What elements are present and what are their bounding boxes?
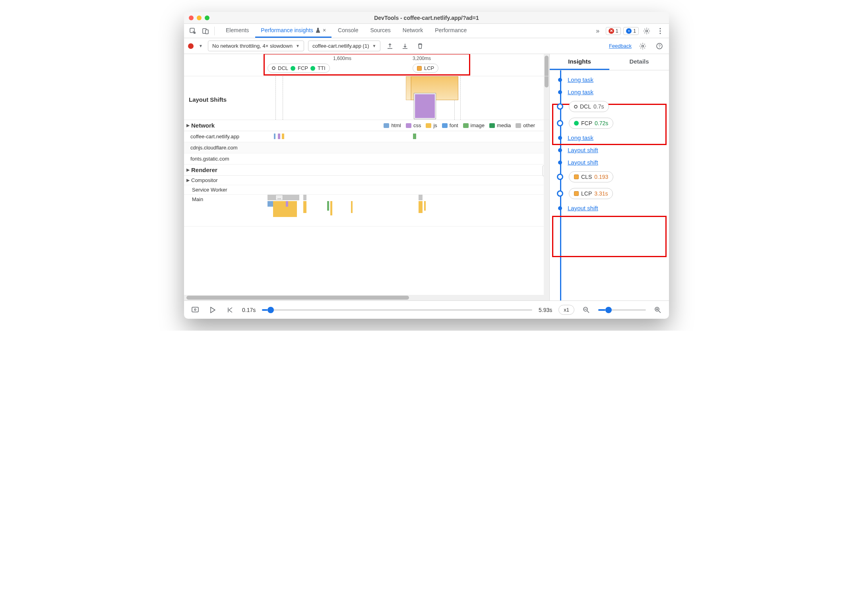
zoom-out-icon[interactable] (581, 304, 592, 316)
playback-speed-button[interactable]: x1 (558, 305, 574, 315)
insight-metric-dcl[interactable]: DCL 0.7s (556, 98, 669, 115)
insight-metric-cls[interactable]: CLS 0.193 (556, 169, 669, 185)
insight-metric-fcp[interactable]: FCP 0.72s (556, 115, 669, 132)
insight-item[interactable]: Long task (556, 74, 669, 86)
timeline-markers-row: 1,600ms 3,200ms DCL FCP TTI LCP (184, 54, 549, 76)
record-button[interactable] (188, 43, 194, 49)
throttling-select[interactable]: No network throttling, 4× slowdown▼ (208, 41, 304, 51)
svg-point-4 (659, 28, 661, 29)
insight-item[interactable]: Long task (556, 86, 669, 98)
error-count-badge[interactable]: ✕1 (606, 27, 621, 35)
layout-shifts-label: Layout Shifts (184, 92, 231, 107)
device-toolbar-icon[interactable] (200, 25, 211, 37)
tab-elements[interactable]: Elements (220, 24, 254, 38)
insight-item[interactable]: Layout shift (556, 202, 669, 214)
insight-item[interactable]: Layout shift (556, 144, 669, 156)
devtools-window: DevTools - coffee-cart.netlify.app/?ad=1… (184, 12, 669, 319)
svg-point-3 (646, 30, 648, 32)
svg-point-5 (659, 30, 661, 31)
insights-list: Long task Long task DCL 0.7s FCP 0.72s L… (550, 70, 669, 300)
close-tab-icon[interactable]: × (323, 27, 326, 33)
svg-point-7 (642, 45, 644, 47)
renderer-row[interactable]: ▶Compositor (184, 176, 549, 185)
network-legend: html css js font image media other (384, 122, 547, 128)
panel-tabs: Elements Performance insights × Console … (220, 24, 472, 38)
network-host-row[interactable]: fonts.gstatic.com (184, 153, 549, 165)
main-thread-flamegraph[interactable]: ... (268, 195, 549, 223)
more-tabs-button[interactable]: » (592, 25, 603, 37)
marker-pill-group-1[interactable]: DCL FCP TTI (268, 64, 330, 73)
renderer-section-header[interactable]: ▶ Renderer (184, 165, 549, 176)
tab-network[interactable]: Network (397, 24, 428, 38)
svg-rect-10 (192, 307, 198, 312)
help-icon[interactable]: ? (654, 41, 665, 52)
target-select[interactable]: coffee-cart.netlify.app (1)▼ (308, 41, 381, 51)
tab-sources[interactable]: Sources (364, 24, 396, 38)
lcp-marker-icon (417, 66, 422, 71)
playback-start-time: 0.17s (242, 307, 256, 313)
renderer-label: Renderer (191, 167, 217, 173)
playback-end-time: 5.93s (539, 307, 552, 313)
record-dropdown-icon[interactable]: ▼ (198, 41, 204, 52)
insights-toolbar: ▼ No network throttling, 4× slowdown▼ co… (184, 38, 669, 54)
renderer-main-row[interactable]: Main ... (184, 195, 549, 227)
panel-settings-icon[interactable] (637, 41, 648, 52)
delete-icon[interactable] (415, 41, 426, 52)
window-title: DevTools - coffee-cart.netlify.app/?ad=1 (184, 15, 669, 21)
dcl-marker-icon (272, 66, 275, 70)
time-tick: 3,200ms (413, 56, 431, 61)
tab-console[interactable]: Console (332, 24, 364, 38)
svg-rect-2 (205, 30, 208, 34)
insights-tab-insights[interactable]: Insights (550, 54, 609, 70)
devtools-tabs-bar: Elements Performance insights × Console … (184, 24, 669, 38)
import-icon[interactable] (399, 41, 411, 52)
tab-performance-insights[interactable]: Performance insights × (255, 24, 332, 38)
main-content: › 1,600ms 3,200ms DCL FCP TTI LCP (184, 54, 669, 300)
zoom-in-icon[interactable] (652, 304, 663, 316)
window-titlebar: DevTools - coffee-cart.netlify.app/?ad=1 (184, 12, 669, 24)
insights-pane: Insights Details Long task Long task DCL… (550, 54, 669, 300)
insight-item[interactable]: Long task (556, 132, 669, 144)
insight-item[interactable]: Layout shift (556, 156, 669, 169)
svg-point-6 (659, 33, 661, 34)
network-host-row[interactable]: cdnjs.cloudflare.com (184, 142, 549, 153)
network-label: Network (191, 122, 215, 129)
marker-pill-group-2[interactable]: LCP (413, 64, 438, 73)
playback-slider[interactable] (262, 309, 532, 311)
issues-count-badge[interactable]: ▪1 (623, 27, 639, 35)
fcp-marker-icon (291, 66, 295, 71)
inspect-element-icon[interactable] (187, 25, 198, 37)
insight-metric-lcp[interactable]: LCP 3.31s (556, 185, 669, 202)
network-section-header[interactable]: ▶ Network html css js font image media o… (184, 120, 549, 131)
play-icon[interactable] (207, 304, 218, 316)
time-tick: 1,600ms (333, 56, 351, 61)
insights-tab-details[interactable]: Details (609, 54, 669, 70)
tab-performance[interactable]: Performance (429, 24, 472, 38)
tabs-right-controls: » ✕1 ▪1 (592, 25, 666, 37)
insights-tabs: Insights Details (550, 54, 669, 70)
feedback-link[interactable]: Feedback (609, 43, 632, 49)
horizontal-scrollbar[interactable] (184, 295, 549, 300)
highlight-box-cls-lcp (552, 216, 667, 257)
layout-shift-thumbnail[interactable] (414, 93, 436, 119)
experiment-icon (316, 27, 320, 33)
svg-text:?: ? (658, 44, 661, 48)
zoom-slider[interactable] (598, 309, 646, 311)
svg-point-11 (194, 309, 196, 310)
kebab-menu-icon[interactable] (655, 25, 666, 37)
settings-gear-icon[interactable] (641, 25, 652, 37)
timeline-pane: › 1,600ms 3,200ms DCL FCP TTI LCP (184, 54, 550, 300)
network-host-row[interactable]: coffee-cart.netlify.app (184, 131, 549, 142)
expand-icon: ▶ (186, 123, 190, 128)
renderer-row[interactable]: Service Worker (184, 185, 549, 195)
more-frames-button[interactable]: ... (275, 195, 283, 200)
divider (214, 27, 215, 35)
tti-marker-icon (310, 66, 315, 71)
layout-shifts-track: Layout Shifts (184, 76, 549, 120)
expand-icon: ▶ (186, 167, 190, 172)
layout-shift-region[interactable] (406, 76, 411, 100)
preview-toggle-icon[interactable] (190, 304, 201, 316)
export-icon[interactable] (384, 41, 395, 52)
rewind-icon[interactable] (225, 304, 236, 316)
playback-bar: 0.17s 5.93s x1 (184, 300, 669, 319)
